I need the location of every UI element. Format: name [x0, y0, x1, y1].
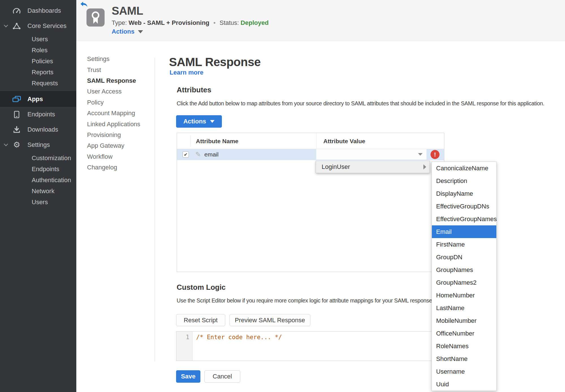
subnav-item-linked-applications[interactable]: Linked Applications	[87, 119, 152, 129]
value-menu-root-label: LoginUser	[322, 163, 350, 171]
sidebar-item-endpoints[interactable]: Endpoints	[0, 107, 76, 122]
error-icon: !	[430, 150, 440, 159]
option-displayname[interactable]: DisplayName	[432, 187, 496, 200]
option-username[interactable]: Username	[432, 365, 496, 378]
sidebar-sublabel: Roles	[32, 47, 47, 54]
option-rolenames[interactable]: RoleNames	[432, 340, 496, 352]
editor-gutter: 1	[176, 332, 192, 361]
sidebar-item-downloads[interactable]: Downloads	[0, 122, 76, 137]
option-effectivegroupnames[interactable]: EffectiveGroupNames	[432, 213, 496, 225]
sidebar: Dashboards Core Services Users Roles Pol…	[0, 0, 76, 392]
table-row[interactable]: ✔ ✎ email !	[177, 149, 444, 160]
subnav-item-user-access[interactable]: User Access	[87, 86, 152, 97]
subnav-item-workflow[interactable]: Workflow	[87, 151, 152, 162]
sidebar-item-reports[interactable]: Reports	[0, 67, 76, 78]
sidebar-sublabel: Policies	[32, 58, 53, 65]
option-groupnames2[interactable]: GroupNames2	[432, 276, 496, 289]
editor-code[interactable]: /* Enter code here... */	[196, 334, 282, 341]
sidebar-item-policies[interactable]: Policies	[0, 56, 76, 67]
chevron-down-icon[interactable]	[4, 25, 9, 27]
download-icon	[12, 126, 21, 133]
sidebar-item-roles[interactable]: Roles	[0, 45, 76, 56]
save-button[interactable]: Save	[176, 370, 200, 383]
type-label: Type:	[112, 19, 127, 26]
gear-icon: ⚙	[12, 141, 21, 149]
award-ribbon-icon	[86, 8, 105, 27]
sidebar-item-authentication[interactable]: Authentication	[0, 175, 76, 186]
preview-saml-response-button[interactable]: Preview SAML Response	[230, 314, 310, 326]
actions-button-label: Actions	[183, 118, 206, 125]
reset-script-button[interactable]: Reset Script	[176, 314, 225, 326]
column-divider	[316, 133, 317, 149]
subnav-item-app-gateway[interactable]: App Gateway	[87, 140, 152, 151]
sidebar-item-core-services[interactable]: Core Services	[0, 18, 76, 34]
sidebar-item-dashboards[interactable]: Dashboards	[0, 3, 76, 18]
subnav-item-provisioning[interactable]: Provisioning	[87, 130, 152, 140]
attributes-actions-button[interactable]: Actions	[176, 115, 222, 128]
header-actions-menu[interactable]: Actions	[112, 28, 143, 35]
option-homenumber[interactable]: HomeNumber	[432, 289, 496, 302]
app-header: SAML Type: Web - SAML + Provisioning • S…	[76, 0, 565, 41]
app-subnav: Settings Trust SAML Response User Access…	[87, 54, 152, 173]
option-description[interactable]: Description	[432, 175, 496, 187]
option-uuid[interactable]: Uuid	[432, 378, 496, 391]
table-header: Attribute Name Attribute Value	[177, 133, 444, 149]
subnav-item-changelog[interactable]: Changelog	[87, 162, 152, 173]
sidebar-item-settings-users[interactable]: Users	[0, 197, 76, 208]
sidebar-sublabel: Authentication	[32, 177, 71, 184]
caret-down-icon	[210, 120, 215, 123]
option-officenumber[interactable]: OfficeNumber	[432, 327, 496, 340]
attribute-value-select[interactable]	[316, 149, 427, 160]
subnav-item-trust[interactable]: Trust	[87, 64, 152, 75]
learn-more-link[interactable]: Learn more	[170, 69, 204, 76]
cancel-button[interactable]: Cancel	[204, 370, 240, 383]
option-groupnames[interactable]: GroupNames	[432, 263, 496, 276]
option-groupdn[interactable]: GroupDN	[432, 251, 496, 263]
checkmark-icon: ✔	[184, 152, 187, 157]
sidebar-sublabel: Endpoints	[32, 165, 59, 173]
sidebar-label: Core Services	[27, 22, 66, 30]
app-title: SAML	[112, 5, 143, 17]
sidebar-sublabel: Requests	[32, 80, 58, 87]
back-arrow-icon[interactable]	[80, 1, 88, 8]
option-shortname[interactable]: ShortName	[432, 352, 496, 365]
column-divider	[190, 135, 191, 147]
row-checkbox[interactable]: ✔	[183, 151, 189, 158]
option-canonicalizename[interactable]: CanonicalizeName	[432, 162, 496, 175]
type-value: Web - SAML + Provisioning	[129, 19, 209, 26]
sidebar-item-customization[interactable]: Customization	[0, 153, 76, 164]
sidebar-item-apps[interactable]: Apps	[0, 91, 76, 107]
device-icon	[12, 111, 21, 118]
sidebar-label: Endpoints	[27, 111, 55, 118]
value-menu-options: CanonicalizeName Description DisplayName…	[432, 162, 497, 391]
sidebar-item-users[interactable]: Users	[0, 34, 76, 45]
sidebar-item-settings[interactable]: ⚙ Settings	[0, 137, 76, 153]
option-effectivegroupdns[interactable]: EffectiveGroupDNs	[432, 200, 496, 213]
sidebar-sublabel: Reports	[32, 69, 53, 76]
attributes-description: Click the Add button below to map attrib…	[177, 100, 544, 107]
custom-logic-description: Use the Script Editor below if you requi…	[177, 297, 434, 304]
value-menu-root[interactable]: LoginUser	[316, 161, 430, 173]
subnav-item-policy[interactable]: Policy	[87, 97, 152, 108]
subnav-item-account-mapping[interactable]: Account Mapping	[87, 108, 152, 119]
sidebar-label: Settings	[27, 141, 50, 149]
option-email[interactable]: Email	[432, 225, 496, 238]
custom-logic-heading: Custom Logic	[177, 283, 226, 292]
caret-down-icon	[138, 30, 143, 33]
sidebar-item-settings-endpoints[interactable]: Endpoints	[0, 164, 76, 175]
sidebar-item-requests[interactable]: Requests	[0, 78, 76, 89]
sidebar-label: Downloads	[27, 126, 58, 133]
option-lastname[interactable]: LastName	[432, 302, 496, 314]
option-mobilenumber[interactable]: MobileNumber	[432, 314, 496, 327]
vertical-divider	[155, 58, 155, 361]
chevron-down-icon[interactable]	[4, 143, 9, 146]
sidebar-sublabel: Users	[32, 36, 48, 43]
script-editor[interactable]: 1 /* Enter code here... */	[176, 331, 439, 361]
header-actions-label: Actions	[112, 28, 135, 35]
status-badge: Deployed	[241, 19, 269, 26]
column-header-attribute-name: Attribute Name	[196, 133, 239, 149]
sidebar-item-network[interactable]: Network	[0, 186, 76, 197]
option-firstname[interactable]: FirstName	[432, 238, 496, 251]
subnav-item-saml-response[interactable]: SAML Response	[87, 75, 152, 86]
subnav-item-settings[interactable]: Settings	[87, 54, 152, 64]
